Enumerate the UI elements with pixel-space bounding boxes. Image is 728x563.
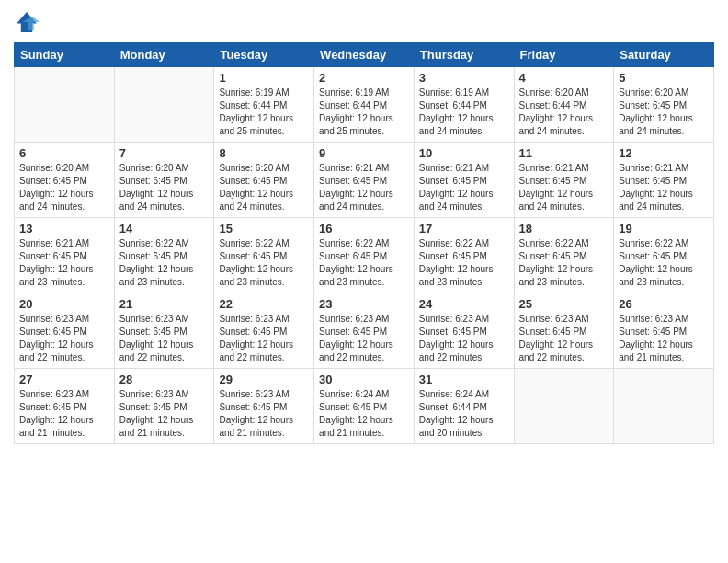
weekday-header-tuesday: Tuesday [214, 43, 314, 67]
day-number: 12 [619, 146, 709, 160]
day-info: Sunrise: 6:24 AM Sunset: 6:45 PM Dayligh… [319, 388, 409, 440]
day-info: Sunrise: 6:23 AM Sunset: 6:45 PM Dayligh… [119, 388, 210, 440]
calendar-cell: 18Sunrise: 6:22 AM Sunset: 6:45 PM Dayli… [514, 218, 614, 293]
calendar-cell [514, 369, 614, 444]
day-info: Sunrise: 6:21 AM Sunset: 6:45 PM Dayligh… [419, 162, 509, 213]
calendar-table: SundayMondayTuesdayWednesdayThursdayFrid… [14, 42, 714, 444]
calendar-cell: 27Sunrise: 6:23 AM Sunset: 6:45 PM Dayli… [15, 369, 115, 444]
day-info: Sunrise: 6:23 AM Sunset: 6:45 PM Dayligh… [419, 313, 509, 364]
page: SundayMondayTuesdayWednesdayThursdayFrid… [0, 0, 728, 563]
calendar-week-1: 1Sunrise: 6:19 AM Sunset: 6:44 PM Daylig… [15, 67, 714, 143]
calendar-week-3: 13Sunrise: 6:21 AM Sunset: 6:45 PM Dayli… [15, 218, 714, 293]
day-number: 15 [219, 222, 309, 236]
weekday-header-saturday: Saturday [614, 43, 714, 67]
calendar-cell: 21Sunrise: 6:23 AM Sunset: 6:45 PM Dayli… [114, 293, 214, 369]
calendar-cell: 17Sunrise: 6:22 AM Sunset: 6:45 PM Dayli… [414, 218, 514, 293]
calendar-cell: 11Sunrise: 6:21 AM Sunset: 6:45 PM Dayli… [514, 143, 614, 218]
calendar-cell: 25Sunrise: 6:23 AM Sunset: 6:45 PM Dayli… [514, 293, 614, 369]
calendar-cell: 7Sunrise: 6:20 AM Sunset: 6:45 PM Daylig… [114, 143, 214, 218]
day-info: Sunrise: 6:23 AM Sunset: 6:45 PM Dayligh… [319, 313, 409, 364]
calendar-cell: 22Sunrise: 6:23 AM Sunset: 6:45 PM Dayli… [214, 293, 314, 369]
day-info: Sunrise: 6:21 AM Sunset: 6:45 PM Dayligh… [19, 237, 109, 289]
calendar-body: 1Sunrise: 6:19 AM Sunset: 6:44 PM Daylig… [15, 67, 714, 444]
day-info: Sunrise: 6:20 AM Sunset: 6:45 PM Dayligh… [19, 162, 109, 213]
day-number: 6 [19, 146, 109, 160]
day-number: 8 [219, 146, 309, 160]
day-number: 13 [19, 222, 109, 236]
day-number: 27 [19, 373, 109, 386]
calendar-cell: 14Sunrise: 6:22 AM Sunset: 6:45 PM Dayli… [114, 218, 214, 293]
day-number: 30 [319, 373, 409, 386]
calendar-cell: 9Sunrise: 6:21 AM Sunset: 6:45 PM Daylig… [314, 143, 415, 218]
weekday-header-monday: Monday [114, 43, 214, 67]
day-info: Sunrise: 6:21 AM Sunset: 6:45 PM Dayligh… [319, 162, 409, 213]
day-info: Sunrise: 6:21 AM Sunset: 6:45 PM Dayligh… [619, 162, 709, 213]
day-info: Sunrise: 6:22 AM Sunset: 6:45 PM Dayligh… [119, 237, 210, 289]
day-number: 25 [519, 297, 609, 311]
day-number: 19 [619, 222, 709, 236]
day-number: 5 [619, 71, 709, 85]
day-number: 17 [419, 222, 509, 236]
day-info: Sunrise: 6:23 AM Sunset: 6:45 PM Dayligh… [19, 313, 109, 364]
day-number: 10 [419, 146, 509, 160]
day-number: 18 [519, 222, 609, 236]
header [14, 9, 714, 35]
day-number: 22 [219, 297, 309, 311]
day-info: Sunrise: 6:20 AM Sunset: 6:45 PM Dayligh… [119, 162, 210, 213]
calendar-week-5: 27Sunrise: 6:23 AM Sunset: 6:45 PM Dayli… [15, 369, 714, 444]
day-info: Sunrise: 6:24 AM Sunset: 6:44 PM Dayligh… [419, 388, 509, 440]
calendar-cell: 3Sunrise: 6:19 AM Sunset: 6:44 PM Daylig… [414, 67, 514, 143]
day-number: 7 [119, 146, 210, 160]
day-info: Sunrise: 6:20 AM Sunset: 6:44 PM Dayligh… [519, 86, 609, 138]
calendar-cell [614, 369, 714, 444]
calendar-cell: 12Sunrise: 6:21 AM Sunset: 6:45 PM Dayli… [614, 143, 714, 218]
logo-icon [14, 9, 40, 35]
calendar-cell: 6Sunrise: 6:20 AM Sunset: 6:45 PM Daylig… [15, 143, 115, 218]
calendar-cell: 23Sunrise: 6:23 AM Sunset: 6:45 PM Dayli… [314, 293, 415, 369]
day-number: 14 [119, 222, 210, 236]
day-info: Sunrise: 6:19 AM Sunset: 6:44 PM Dayligh… [219, 86, 309, 138]
calendar-cell [15, 67, 115, 143]
calendar-cell: 26Sunrise: 6:23 AM Sunset: 6:45 PM Dayli… [614, 293, 714, 369]
day-number: 29 [219, 373, 309, 386]
calendar-cell: 28Sunrise: 6:23 AM Sunset: 6:45 PM Dayli… [114, 369, 214, 444]
weekday-header-wednesday: Wednesday [314, 43, 415, 67]
day-info: Sunrise: 6:19 AM Sunset: 6:44 PM Dayligh… [319, 86, 409, 138]
day-info: Sunrise: 6:21 AM Sunset: 6:45 PM Dayligh… [519, 162, 609, 213]
day-info: Sunrise: 6:23 AM Sunset: 6:45 PM Dayligh… [619, 313, 709, 364]
day-info: Sunrise: 6:22 AM Sunset: 6:45 PM Dayligh… [619, 237, 709, 289]
calendar-week-2: 6Sunrise: 6:20 AM Sunset: 6:45 PM Daylig… [15, 143, 714, 218]
calendar-cell [114, 67, 214, 143]
calendar-cell: 19Sunrise: 6:22 AM Sunset: 6:45 PM Dayli… [614, 218, 714, 293]
calendar-cell: 2Sunrise: 6:19 AM Sunset: 6:44 PM Daylig… [314, 67, 415, 143]
calendar-cell: 4Sunrise: 6:20 AM Sunset: 6:44 PM Daylig… [514, 67, 614, 143]
day-info: Sunrise: 6:23 AM Sunset: 6:45 PM Dayligh… [519, 313, 609, 364]
day-info: Sunrise: 6:23 AM Sunset: 6:45 PM Dayligh… [219, 388, 309, 440]
day-number: 26 [619, 297, 709, 311]
day-number: 20 [19, 297, 109, 311]
calendar-header: SundayMondayTuesdayWednesdayThursdayFrid… [15, 43, 714, 67]
day-number: 1 [219, 71, 309, 85]
calendar-cell: 16Sunrise: 6:22 AM Sunset: 6:45 PM Dayli… [314, 218, 415, 293]
day-number: 31 [419, 373, 509, 386]
day-info: Sunrise: 6:19 AM Sunset: 6:44 PM Dayligh… [419, 86, 509, 138]
weekday-header-thursday: Thursday [414, 43, 514, 67]
day-number: 2 [319, 71, 409, 85]
day-number: 16 [319, 222, 409, 236]
calendar-cell: 31Sunrise: 6:24 AM Sunset: 6:44 PM Dayli… [414, 369, 514, 444]
calendar-cell: 8Sunrise: 6:20 AM Sunset: 6:45 PM Daylig… [214, 143, 314, 218]
day-number: 4 [519, 71, 609, 85]
day-info: Sunrise: 6:22 AM Sunset: 6:45 PM Dayligh… [219, 237, 309, 289]
day-number: 23 [319, 297, 409, 311]
day-info: Sunrise: 6:20 AM Sunset: 6:45 PM Dayligh… [219, 162, 309, 213]
day-info: Sunrise: 6:23 AM Sunset: 6:45 PM Dayligh… [219, 313, 309, 364]
calendar-cell: 10Sunrise: 6:21 AM Sunset: 6:45 PM Dayli… [414, 143, 514, 218]
calendar-cell: 30Sunrise: 6:24 AM Sunset: 6:45 PM Dayli… [314, 369, 415, 444]
day-number: 21 [119, 297, 210, 311]
day-info: Sunrise: 6:22 AM Sunset: 6:45 PM Dayligh… [519, 237, 609, 289]
calendar-cell: 24Sunrise: 6:23 AM Sunset: 6:45 PM Dayli… [414, 293, 514, 369]
day-info: Sunrise: 6:23 AM Sunset: 6:45 PM Dayligh… [119, 313, 210, 364]
day-number: 28 [119, 373, 210, 386]
weekday-header-sunday: Sunday [15, 43, 115, 67]
day-number: 9 [319, 146, 409, 160]
